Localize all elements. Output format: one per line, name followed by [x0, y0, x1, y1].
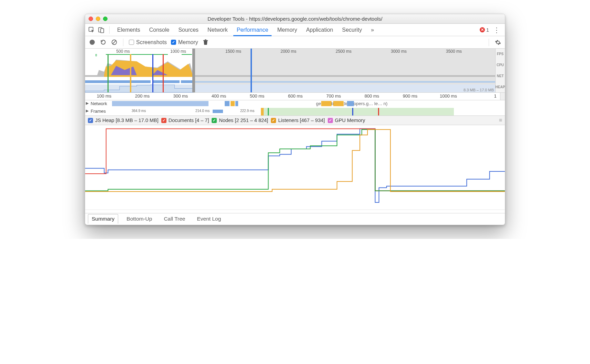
checkbox-icon	[328, 118, 333, 123]
memory-checkbox[interactable]: Memory	[171, 39, 198, 46]
device-toolbar-icon[interactable]	[98, 26, 105, 34]
overview-heap-range: 8.3 MB – 17.0 MB	[464, 88, 494, 92]
counter-nodes[interactable]: Nodes [2 251 – 4 824]	[212, 118, 268, 123]
close-window-button[interactable]	[89, 17, 93, 21]
network-track[interactable]: ▶ Network lopers.google.com/ (developers…	[85, 100, 505, 108]
trash-button[interactable]	[202, 39, 209, 45]
minimize-window-button[interactable]	[96, 17, 100, 21]
svg-rect-2	[101, 29, 104, 33]
overview-ruler: 500 ms 1000 ms 1500 ms 2000 ms 2500 ms 3…	[85, 49, 495, 54]
overview-track-labels: FPS CPU NET HEAP	[495, 49, 505, 92]
details-tabs: Summary Bottom-Up Call Tree Event Log	[85, 213, 505, 225]
details-ruler[interactable]: 100 ms 200 ms 300 ms 400 ms 500 ms 600 m…	[85, 93, 505, 100]
performance-toolbar: Screenshots Memory	[85, 36, 505, 49]
tab-sources[interactable]: Sources	[175, 24, 202, 36]
tab-console[interactable]: Console	[146, 24, 173, 36]
tab-bottom-up[interactable]: Bottom-Up	[123, 214, 155, 223]
panel-tabs: Elements Console Sources Network Perform…	[85, 24, 505, 36]
svg-rect-5	[203, 40, 208, 41]
window-title: Developer Tools - https://developers.goo…	[85, 16, 505, 22]
clear-button[interactable]	[111, 39, 118, 45]
counter-js-heap[interactable]: JS Heap [8.3 MB – 17.0 MB]	[88, 118, 159, 123]
inspect-element-icon[interactable]	[88, 26, 95, 34]
disclosure-triangle-icon[interactable]: ▶	[86, 109, 89, 113]
scrollbar[interactable]	[500, 93, 505, 100]
error-count: 1	[486, 27, 489, 33]
maximize-window-button[interactable]	[103, 17, 108, 21]
checkbox-unchecked-icon	[129, 40, 134, 45]
tab-event-log[interactable]: Event Log	[193, 214, 224, 223]
tab-security[interactable]: Security	[338, 24, 365, 36]
svg-line-4	[112, 40, 116, 44]
record-button[interactable]	[89, 40, 95, 45]
tab-elements[interactable]: Elements	[114, 24, 144, 36]
flame-tracks[interactable]: ▶ Network lopers.google.com/ (developers…	[85, 100, 505, 115]
frames-track[interactable]: ▶ Frames 364.9 ms 214.0 ms 222.9 ms	[85, 108, 505, 115]
memory-label: Memory	[178, 39, 198, 46]
error-icon: ✕	[480, 27, 485, 32]
overview-net	[85, 80, 495, 84]
overview-handle[interactable]	[192, 49, 195, 92]
tab-network[interactable]: Network	[204, 24, 231, 36]
tab-call-tree[interactable]: Call Tree	[160, 214, 189, 223]
reload-button[interactable]	[100, 39, 106, 45]
window-controls	[89, 17, 108, 21]
disclosure-triangle-icon[interactable]: ▶	[86, 101, 89, 105]
tab-more-panels[interactable]: »	[367, 24, 377, 36]
console-error-counter[interactable]: ✕ 1	[480, 27, 489, 33]
overview-cpu	[85, 56, 495, 77]
devtools-window: Developer Tools - https://developers.goo…	[85, 14, 505, 225]
memory-chart[interactable]	[85, 125, 505, 210]
titlebar: Developer Tools - https://developers.goo…	[85, 14, 505, 24]
checkbox-checked-icon	[171, 40, 176, 45]
counters-menu-icon[interactable]: ≡	[499, 117, 502, 123]
overview-strip[interactable]: 500 ms 1000 ms 1500 ms 2000 ms 2500 ms 3…	[85, 49, 505, 93]
series-nodes	[85, 130, 505, 191]
checkbox-icon	[212, 118, 217, 123]
counter-documents[interactable]: Documents [4 – 7]	[161, 118, 209, 123]
counters-legend: JS Heap [8.3 MB – 17.0 MB] Documents [4 …	[85, 115, 505, 125]
overview-heap: 8.3 MB – 17.0 MB	[85, 84, 495, 92]
checkbox-icon	[271, 118, 276, 123]
series-listeners	[85, 130, 505, 192]
counter-gpu-memory[interactable]: GPU Memory	[328, 118, 365, 123]
screenshots-checkbox[interactable]: Screenshots	[129, 39, 167, 46]
checkbox-icon	[88, 118, 93, 123]
tab-summary[interactable]: Summary	[88, 214, 118, 224]
tab-performance[interactable]: Performance	[233, 24, 272, 36]
series-documents	[85, 129, 505, 191]
counter-listeners[interactable]: Listeners [467 – 934]	[271, 118, 325, 123]
devtools-menu-icon[interactable]: ⋮	[491, 27, 502, 33]
svg-rect-6	[205, 39, 206, 40]
screenshots-label: Screenshots	[136, 39, 167, 46]
tab-application[interactable]: Application	[303, 24, 336, 36]
settings-button[interactable]	[495, 39, 501, 46]
tab-memory[interactable]: Memory	[274, 24, 301, 36]
checkbox-icon	[161, 118, 166, 123]
